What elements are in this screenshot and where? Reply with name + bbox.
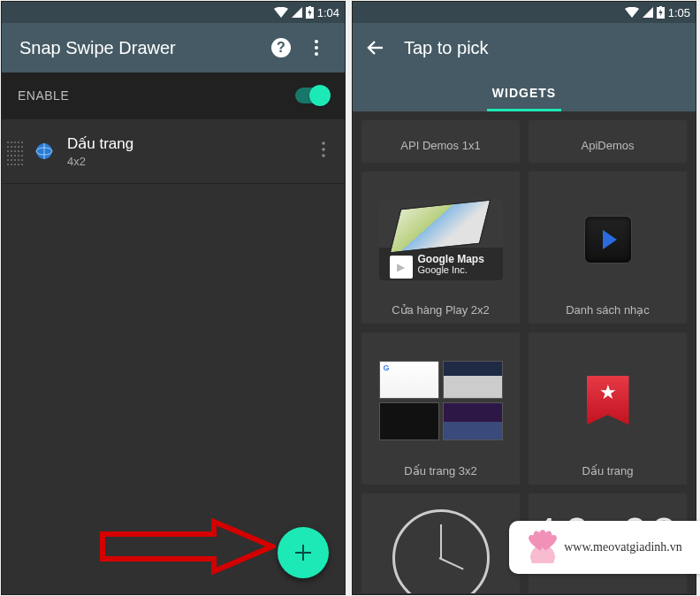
widget-tile[interactable]: ApiDemos	[529, 120, 687, 163]
enable-row: ENABLE	[2, 73, 345, 118]
cell-signal-icon	[643, 7, 653, 18]
status-bar: 1:05	[353, 2, 696, 23]
svg-point-10	[322, 141, 325, 145]
watermark: www.meovatgiadinh.vn	[509, 521, 700, 574]
preview-title: Google Maps	[418, 254, 484, 264]
phone-left: 1:04 Snap Swipe Drawer ? ENABLE	[2, 2, 345, 594]
app-bar: Snap Swipe Drawer ?	[2, 23, 345, 73]
tile-label: Dấu trang 3x2	[404, 464, 476, 478]
app-title: Tap to pick	[404, 38, 685, 58]
svg-text:?: ?	[277, 40, 285, 55]
widget-row-text: Dấu trang 4x2	[67, 134, 311, 168]
globe-icon	[27, 134, 62, 169]
drag-handle-icon[interactable]	[4, 138, 27, 165]
watermark-text: www.meovatgiadinh.vn	[564, 540, 682, 554]
wifi-icon	[274, 7, 288, 18]
row-overflow-icon[interactable]	[311, 141, 336, 163]
app-title: Snap Swipe Drawer	[19, 38, 263, 58]
widget-tile[interactable]	[361, 493, 520, 593]
analog-clock-preview	[367, 502, 514, 593]
widget-row[interactable]: Dấu trang 4x2	[2, 118, 345, 184]
widget-list: Dấu trang 4x2	[2, 118, 345, 184]
widget-tile[interactable]: Danh sách nhạc	[529, 172, 687, 324]
overflow-menu-icon[interactable]	[299, 30, 334, 65]
app-bar: Tap to pick	[353, 23, 696, 73]
svg-point-5	[315, 46, 318, 50]
enable-switch[interactable]	[295, 88, 329, 103]
preview-subtitle: Google Inc.	[418, 264, 468, 275]
battery-charging-icon	[657, 6, 665, 19]
google-maps-preview: ▶ Google MapsGoogle Inc.	[367, 180, 514, 298]
widget-name: Dấu trang	[67, 134, 311, 153]
svg-rect-16	[659, 6, 662, 8]
wifi-icon	[625, 7, 639, 18]
widget-size: 4x2	[67, 155, 311, 168]
svg-point-12	[322, 154, 325, 157]
widget-tile[interactable]: Dấu trang 3x2	[361, 332, 520, 485]
status-time: 1:05	[668, 6, 690, 19]
star-icon: ★	[599, 383, 617, 402]
status-time: 1:04	[317, 6, 339, 19]
battery-charging-icon	[306, 6, 314, 19]
tile-label: ApiDemos	[582, 139, 635, 152]
help-icon[interactable]: ?	[263, 30, 299, 65]
tile-label: Cửa hàng Play 2x2	[392, 303, 490, 317]
tab-bar: WIDGETS	[353, 73, 696, 111]
add-fab[interactable]	[278, 527, 329, 578]
bookmarks-grid-preview	[367, 341, 514, 459]
tile-label: Danh sách nhạc	[566, 303, 650, 317]
widget-tile[interactable]: API Demos 1x1	[361, 120, 520, 163]
svg-point-11	[322, 148, 325, 151]
play-icon	[603, 230, 617, 249]
tab-widgets[interactable]: WIDGETS	[487, 75, 561, 111]
svg-rect-1	[308, 6, 311, 8]
widget-tile[interactable]: ▶ Google MapsGoogle Inc. Cửa hàng Play 2…	[361, 172, 520, 324]
lotus-icon	[527, 531, 559, 563]
enable-label: ENABLE	[18, 88, 69, 103]
red-arrow-annotation	[99, 518, 276, 575]
bookmark-star-preview: ★	[534, 341, 681, 459]
tile-label: API Demos 1x1	[400, 139, 480, 152]
phone-right: 1:05 Tap to pick WIDGETS API Demos 1x1 A…	[353, 2, 696, 594]
play-button-preview	[534, 180, 681, 298]
play-store-icon: ▶	[390, 256, 413, 279]
svg-point-6	[315, 52, 318, 56]
status-bar: 1:04	[2, 2, 345, 23]
tile-label: Dấu trang	[582, 464, 634, 478]
back-icon[interactable]	[358, 30, 393, 65]
svg-point-4	[315, 40, 318, 43]
cell-signal-icon	[292, 7, 302, 18]
widget-tile[interactable]: ★ Dấu trang	[529, 332, 687, 485]
